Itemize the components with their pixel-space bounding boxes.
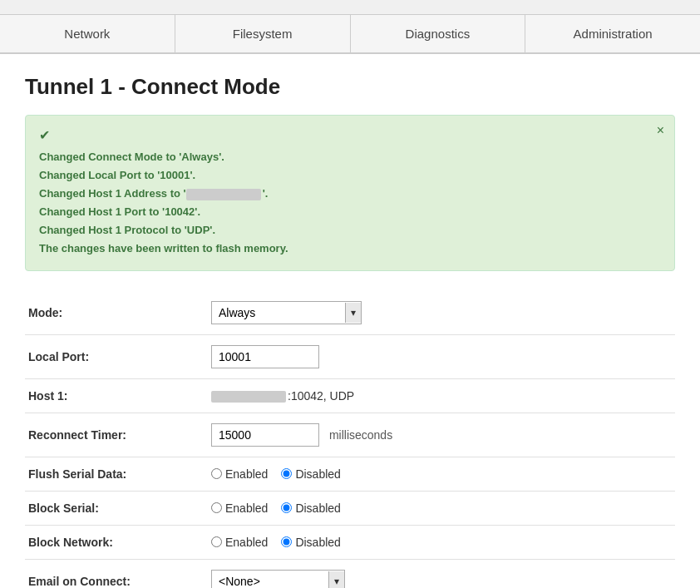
reconnect-timer-input[interactable] — [211, 423, 319, 447]
mode-value-cell: Always On Demand Never ▾ — [208, 291, 675, 335]
local-port-value-cell — [208, 334, 675, 378]
block-network-value-cell: Enabled Disabled — [208, 525, 675, 559]
host1-port-protocol: :10042, UDP — [288, 389, 354, 403]
reconnect-timer-value-cell: milliseconds — [208, 413, 675, 457]
tab-network[interactable]: Network — [0, 15, 175, 52]
flush-serial-enabled-radio[interactable] — [211, 468, 222, 479]
alert-message-2: Changed Local Port to '10001'. — [39, 169, 195, 181]
email-connect-select-wrapper: <None> ▾ — [211, 570, 345, 588]
alert-message-6: The changes have been written to flash m… — [39, 242, 288, 254]
mode-select-wrapper: Always On Demand Never ▾ — [211, 301, 362, 324]
block-network-row: Block Network: Enabled Disabled — [25, 525, 675, 559]
settings-form: Mode: Always On Demand Never ▾ Local Por… — [25, 291, 675, 588]
host1-value-cell: :10042, UDP — [208, 378, 675, 413]
block-network-disabled-label[interactable]: Disabled — [281, 536, 340, 549]
block-serial-enabled-radio[interactable] — [211, 502, 222, 513]
reconnect-timer-label: Reconnect Timer: — [25, 413, 208, 457]
block-serial-label: Block Serial: — [25, 491, 208, 525]
host-ip-redacted — [186, 189, 261, 200]
tab-filesystem[interactable]: Filesystem — [175, 15, 351, 52]
block-serial-radio-group: Enabled Disabled — [211, 502, 672, 515]
flush-serial-label: Flush Serial Data: — [25, 457, 208, 491]
flush-serial-value-cell: Enabled Disabled — [208, 457, 675, 491]
tab-diagnostics[interactable]: Diagnostics — [351, 15, 526, 52]
nav-tabs: Network Filesystem Diagnostics Administr… — [0, 15, 700, 54]
flush-serial-enabled-label[interactable]: Enabled — [211, 467, 268, 481]
alert-icon: ✔ — [39, 127, 50, 143]
mode-row: Mode: Always On Demand Never ▾ — [25, 291, 675, 335]
email-connect-select[interactable]: <None> — [212, 571, 328, 588]
mode-select[interactable]: Always On Demand Never — [212, 302, 345, 324]
flush-serial-radio-group: Enabled Disabled — [211, 467, 672, 481]
block-serial-row: Block Serial: Enabled Disabled — [25, 491, 675, 525]
email-connect-select-arrow: ▾ — [328, 571, 344, 588]
alert-success: × ✔ Changed Connect Mode to 'Always'. Ch… — [25, 115, 675, 271]
alert-message-5: Changed Host 1 Protocol to 'UDP'. — [39, 224, 215, 236]
main-content: Tunnel 1 - Connect Mode × ✔ Changed Conn… — [0, 54, 700, 588]
email-connect-row: Email on Connect: <None> ▾ — [25, 559, 675, 588]
block-network-radio-group: Enabled Disabled — [211, 536, 672, 549]
block-serial-enabled-label[interactable]: Enabled — [211, 502, 268, 515]
alert-close-button[interactable]: × — [657, 124, 664, 137]
tab-administration[interactable]: Administration — [525, 15, 700, 52]
reconnect-timer-row: Reconnect Timer: milliseconds — [25, 413, 675, 457]
host1-label: Host 1: — [25, 378, 208, 413]
page-title: Tunnel 1 - Connect Mode — [25, 74, 675, 100]
block-network-enabled-label[interactable]: Enabled — [211, 536, 268, 549]
alert-message-3: Changed Host 1 Address to ''. — [39, 187, 268, 200]
local-port-input[interactable] — [211, 345, 319, 368]
host1-ip-redacted — [211, 391, 286, 403]
flush-serial-row: Flush Serial Data: Enabled Disabled — [25, 457, 675, 491]
top-bar — [0, 0, 700, 15]
block-serial-value-cell: Enabled Disabled — [208, 491, 675, 525]
alert-message-4: Changed Host 1 Port to '10042'. — [39, 205, 200, 218]
flush-serial-disabled-radio[interactable] — [281, 468, 292, 479]
mode-label: Mode: — [25, 291, 208, 335]
mode-select-arrow: ▾ — [345, 303, 361, 323]
local-port-label: Local Port: — [25, 334, 208, 378]
local-port-row: Local Port: — [25, 334, 675, 378]
block-serial-disabled-radio[interactable] — [281, 502, 292, 513]
block-network-disabled-radio[interactable] — [281, 536, 292, 547]
alert-message-1: Changed Connect Mode to 'Always'. — [39, 151, 224, 163]
flush-serial-disabled-label[interactable]: Disabled — [281, 467, 340, 481]
alert-messages: Changed Connect Mode to 'Always'. Change… — [39, 148, 661, 259]
email-connect-label: Email on Connect: — [25, 559, 208, 588]
block-network-enabled-radio[interactable] — [211, 536, 222, 547]
email-connect-value-cell: <None> ▾ — [208, 559, 675, 588]
block-network-label: Block Network: — [25, 525, 208, 559]
host1-row: Host 1: :10042, UDP — [25, 378, 675, 413]
block-serial-disabled-label[interactable]: Disabled — [281, 502, 340, 515]
reconnect-timer-unit: milliseconds — [329, 428, 392, 442]
